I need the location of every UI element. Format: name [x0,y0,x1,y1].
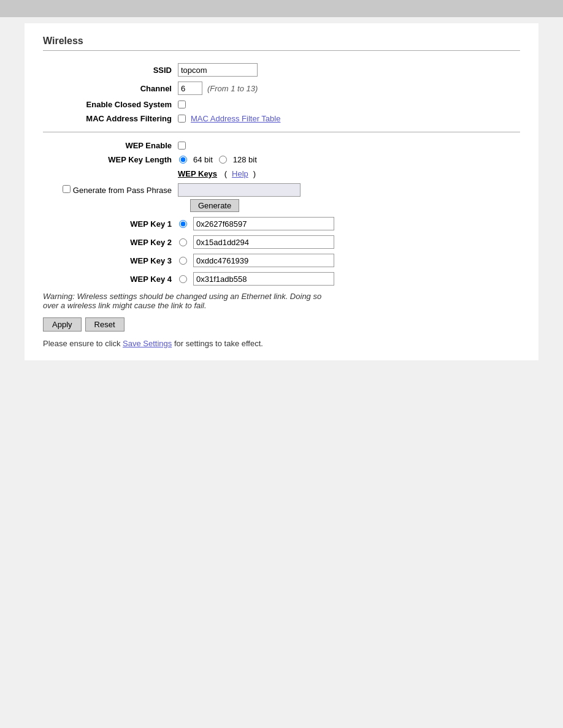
channel-row: Channel (From 1 to 13) [43,82,520,95]
top-bar [0,0,563,17]
wep-keys-value: WEP Keys ( Help ) [178,169,256,178]
mac-filter-value: MAC Address Filter Table [178,114,280,123]
content-area: Wireless SSID Channel (From 1 to 13) Ena… [25,23,538,360]
title-divider [43,50,520,51]
reset-button[interactable]: Reset [85,317,124,332]
wep-key-4-input[interactable] [193,272,334,286]
closed-system-checkbox[interactable] [178,100,186,108]
wep-key-1-radio[interactable] [179,220,187,228]
wep-key-4-radio[interactable] [179,275,187,283]
passphrase-label: Generate from Pass Phrase [73,186,172,195]
closed-system-value [178,100,186,108]
wep-key-1-value [178,217,334,230]
button-row: Apply Reset [43,317,520,332]
wep-key-2-radio[interactable] [179,238,187,246]
save-note-suffix: for settings to take effect. [172,339,263,348]
wep-keys-paren-open: ( [222,169,227,178]
mac-filter-label: MAC Address Filtering [43,114,178,123]
page-title: Wireless [43,36,520,47]
wep-key-1-row: WEP Key 1 [43,217,520,230]
wep-key-2-row: WEP Key 2 [43,235,520,249]
wep-64bit-label: 64 bit [193,155,213,164]
wep-128bit-label: 128 bit [233,155,257,164]
wep-key-4-label: WEP Key 4 [43,275,178,284]
wep-key-3-row: WEP Key 3 [43,254,520,267]
wep-128bit-radio[interactable] [219,156,227,164]
wep-enable-checkbox[interactable] [178,142,186,150]
generate-button-container: Generate [43,199,520,212]
wep-keys-label: WEP Keys [178,169,217,178]
mac-filter-table-link[interactable]: MAC Address Filter Table [191,114,280,123]
wep-keys-help-link[interactable]: Help [232,169,248,178]
save-note-prefix: Please ensure to click [43,339,123,348]
wep-enable-label: WEP Enable [43,141,178,150]
ssid-row: SSID [43,63,520,77]
wep-key-length-value: 64 bit 128 bit [178,155,257,164]
save-note: Please ensure to click Save Settings for… [43,339,520,348]
mac-filter-row: MAC Address Filtering MAC Address Filter… [43,114,520,123]
apply-button[interactable]: Apply [43,317,82,332]
wep-64bit-radio[interactable] [179,156,187,164]
ssid-label: SSID [43,66,178,75]
channel-value: (From 1 to 13) [178,82,258,95]
channel-hint: (From 1 to 13) [207,84,258,93]
ssid-value [178,63,258,77]
wep-key-3-label: WEP Key 3 [43,256,178,265]
mac-filter-checkbox[interactable] [178,115,186,123]
wep-key-3-value [178,254,334,267]
wep-enable-row: WEP Enable [43,141,520,150]
wep-key-length-row: WEP Key Length 64 bit 128 bit [43,155,520,164]
wep-keys-paren-close: ) [253,169,256,178]
wep-key-4-value [178,272,334,286]
wep-key-2-label: WEP Key 2 [43,238,178,247]
closed-system-label: Enable Closed System [43,100,178,109]
warning-text: Warning: Wireless settings should be cha… [43,292,337,310]
channel-label: Channel [43,84,178,93]
wep-key-1-input[interactable] [193,217,334,230]
wep-key-2-value [178,235,334,249]
generate-button[interactable]: Generate [190,199,239,212]
ssid-input[interactable] [178,63,258,77]
wep-key-3-radio[interactable] [179,257,187,265]
save-settings-link[interactable]: Save Settings [123,339,172,348]
wep-key-length-label: WEP Key Length [43,155,178,164]
passphrase-checkbox-area: Generate from Pass Phrase [49,185,178,195]
channel-input[interactable] [178,82,202,95]
wep-enable-value [178,142,186,150]
wep-key-1-label: WEP Key 1 [43,219,178,229]
wep-keys-row: WEP Keys ( Help ) [43,169,520,178]
wep-key-4-row: WEP Key 4 [43,272,520,286]
passphrase-row: Generate from Pass Phrase [49,183,520,197]
section-divider [43,132,520,132]
wep-key-2-input[interactable] [193,235,334,249]
wep-key-3-input[interactable] [193,254,334,267]
passphrase-checkbox[interactable] [63,185,71,193]
passphrase-input[interactable] [178,183,301,197]
closed-system-row: Enable Closed System [43,100,520,109]
